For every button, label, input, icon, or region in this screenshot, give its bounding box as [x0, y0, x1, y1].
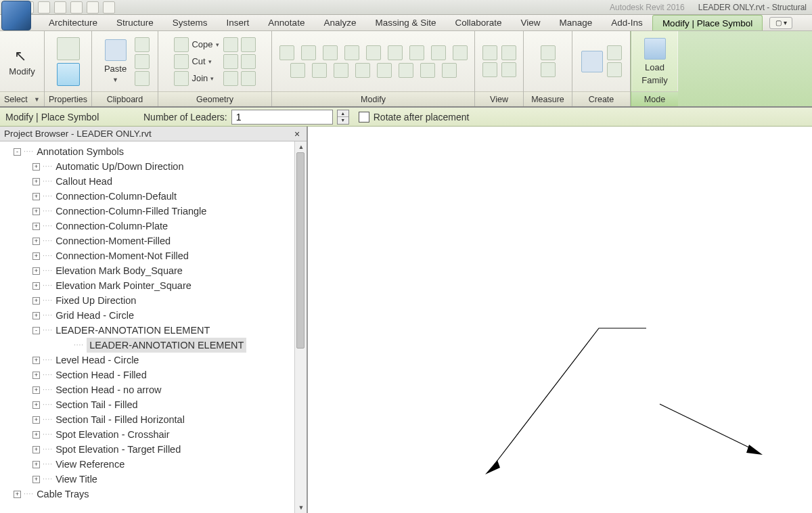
tree-item[interactable]: -····LEADER-ANNOTATION ELEMENT [3, 323, 307, 338]
qat-icon[interactable] [54, 1, 66, 14]
expand-icon[interactable]: + [32, 357, 40, 364]
expand-icon[interactable]: + [32, 238, 40, 245]
rotate-after-placement-checkbox[interactable] [359, 112, 369, 122]
expand-icon[interactable]: + [32, 431, 40, 439]
spin-down-icon[interactable]: ▼ [338, 117, 348, 124]
tree-item[interactable]: +····Connection-Moment-Filled [3, 233, 307, 248]
mirror-draw-icon[interactable] [344, 45, 359, 60]
tree-item[interactable]: +····Elevation Mark Pointer_Square [3, 278, 307, 293]
tree-category[interactable]: +····Cable Trays [3, 487, 307, 501]
tab-analyze[interactable]: Analyze [314, 15, 365, 30]
tab-view[interactable]: View [512, 15, 550, 30]
expand-icon[interactable]: + [32, 476, 40, 483]
tab-annotate[interactable]: Annotate [258, 15, 314, 30]
qat-icon[interactable] [70, 1, 83, 14]
type-properties-icon[interactable] [57, 63, 80, 86]
expand-icon[interactable]: + [32, 208, 40, 215]
tree-item[interactable]: +····Section Tail - Filled [3, 397, 307, 412]
tab-modify-place-symbol[interactable]: Modify | Place Symbol [652, 15, 763, 30]
trim-single-icon[interactable] [334, 63, 348, 78]
expand-icon[interactable]: + [32, 297, 40, 305]
view-icon[interactable] [501, 45, 516, 60]
align-icon[interactable] [279, 45, 294, 60]
split-gap-icon[interactable] [388, 45, 403, 60]
expand-icon[interactable]: + [32, 223, 40, 230]
tree-item[interactable]: +····Callout Head [3, 174, 307, 189]
geom-icon[interactable] [241, 71, 256, 86]
expand-icon[interactable]: + [14, 491, 21, 498]
cope-button[interactable]: Cope▾ [174, 37, 219, 52]
geom-icon[interactable] [241, 54, 256, 69]
tree-item[interactable]: +····View Reference [3, 457, 307, 472]
copy-icon[interactable] [453, 45, 468, 60]
ribbon-collapse-toggle[interactable]: ▢ ▾ [769, 17, 792, 29]
expand-icon[interactable]: + [32, 386, 40, 394]
delete-icon[interactable] [442, 63, 457, 78]
split-icon[interactable] [366, 45, 381, 60]
dropdown-icon[interactable]: ▼ [34, 96, 40, 103]
rotate-icon[interactable] [290, 63, 305, 78]
array-icon[interactable] [409, 45, 424, 60]
tab-insert[interactable]: Insert [217, 15, 259, 30]
expand-icon[interactable]: + [32, 252, 40, 260]
scroll-thumb[interactable] [296, 152, 304, 349]
number-of-leaders-input[interactable] [231, 110, 333, 125]
qat-icon[interactable] [38, 1, 50, 14]
cut-button[interactable]: Cut▾ [174, 54, 211, 69]
expand-icon[interactable]: + [32, 193, 40, 200]
tree-item[interactable]: +····Connection-Column-Filled Triangle [3, 204, 307, 219]
offset-icon[interactable] [301, 45, 316, 60]
tab-architecture[interactable]: Architecture [39, 15, 107, 30]
move-icon[interactable] [431, 45, 446, 60]
pin-icon[interactable] [399, 63, 413, 78]
qat-icon[interactable] [87, 1, 99, 14]
tab-systems[interactable]: Systems [163, 15, 217, 30]
tree-item[interactable]: +····Section Head - no arrow [3, 382, 307, 397]
tree-item[interactable]: +····Section Head - Filled [3, 367, 307, 382]
tab-addins[interactable]: Add-Ins [602, 15, 652, 30]
trim-extend-icon[interactable] [312, 63, 327, 78]
match-type-icon[interactable] [135, 71, 150, 86]
expand-icon[interactable]: + [32, 312, 40, 319]
expand-icon[interactable]: + [32, 372, 40, 379]
tree-item[interactable]: +····Connection-Moment-Not Filled [3, 248, 307, 263]
tree-item[interactable]: +····Section Tail - Filled Horizontal [3, 412, 307, 427]
expand-icon[interactable]: - [32, 327, 40, 334]
scale-icon[interactable] [377, 63, 392, 78]
expand-icon[interactable]: - [14, 148, 21, 156]
application-menu-button[interactable] [1, 1, 31, 30]
create-icon[interactable] [607, 45, 622, 60]
tree-item[interactable]: +····Connection-Column-Plate [3, 219, 307, 233]
scroll-up-icon[interactable]: ▲ [295, 141, 307, 152]
measure-icon[interactable] [541, 45, 556, 60]
geom-icon[interactable] [223, 54, 238, 69]
tree-item[interactable]: +····Spot Elevation - Target Filled [3, 442, 307, 457]
tree-item[interactable]: +····Fixed Up Direction [3, 293, 307, 308]
expand-icon[interactable]: + [32, 416, 40, 424]
expand-icon[interactable]: + [32, 178, 40, 185]
drawing-canvas[interactable] [308, 127, 812, 513]
properties-icon[interactable] [57, 37, 80, 60]
leaders-spinner[interactable]: ▲▼ [337, 110, 349, 125]
paste-button[interactable]: Paste ▼ [100, 37, 131, 86]
expand-icon[interactable]: + [32, 282, 40, 290]
expand-icon[interactable]: + [32, 163, 40, 171]
tree-item[interactable]: +····Elevation Mark Body_Square [3, 263, 307, 278]
tree-category-annotation-symbols[interactable]: -····Annotation Symbols [3, 144, 307, 159]
view-icon[interactable] [482, 45, 497, 60]
cut-clip-icon[interactable] [135, 37, 150, 52]
view-icon[interactable] [482, 62, 497, 77]
spin-up-icon[interactable]: ▲ [338, 110, 348, 118]
tree-item[interactable]: +····View Title [3, 472, 307, 487]
tree-item[interactable]: +····Connection-Column-Default [3, 189, 307, 204]
modify-tool-button[interactable]: ↖ Modify [5, 43, 39, 79]
create-icon[interactable] [607, 62, 622, 77]
measure-icon[interactable] [541, 62, 556, 77]
expand-icon[interactable]: + [32, 401, 40, 409]
tree-item[interactable]: +····Spot Elevation - Crosshair [3, 427, 307, 442]
copy-clip-icon[interactable] [135, 54, 150, 69]
tab-massing-site[interactable]: Massing & Site [365, 15, 445, 30]
view-icon[interactable] [501, 62, 516, 77]
geom-icon[interactable] [241, 37, 256, 52]
tree-item[interactable]: +····Automatic Up/Down Direction [3, 159, 307, 174]
